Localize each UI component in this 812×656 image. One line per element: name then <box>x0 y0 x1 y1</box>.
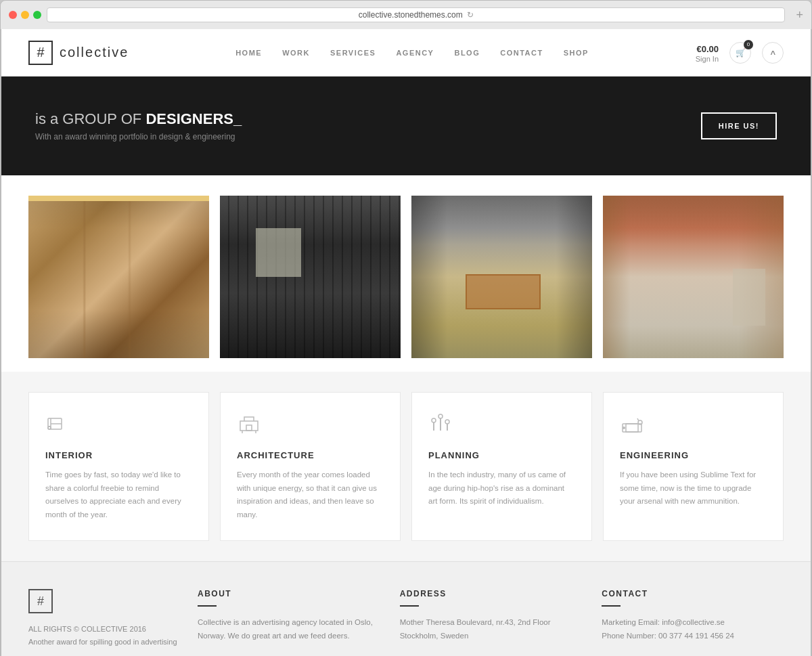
footer-about-section: ABOUT Collective is an advertising agenc… <box>198 589 380 648</box>
image-grid <box>1 175 811 372</box>
svg-rect-10 <box>623 424 641 432</box>
logo-link[interactable]: # collective <box>28 41 129 65</box>
footer-logo-section: # ALL RIGHTS © COLLECTIVE 2016 Another a… <box>28 589 177 648</box>
planning-title: PLANNING <box>428 450 575 460</box>
nav-item-home[interactable]: HOME <box>235 49 262 57</box>
footer-contact-email: Marketing Email: info@collective.se <box>602 616 784 630</box>
engineering-desc: If you have been using Sublime Text for … <box>620 468 767 508</box>
cart-badge: 0 <box>744 40 753 49</box>
svg-point-13 <box>623 427 625 429</box>
services-section: INTERIOR Time goes by fast, so today we'… <box>1 372 811 561</box>
logo-icon: # <box>28 41 53 65</box>
hero-banner: is a GROUP OF DESIGNERS_ With an award w… <box>1 76 811 175</box>
svg-point-7 <box>438 414 443 418</box>
footer-logo-icon: # <box>28 589 53 613</box>
footer-address-title: ADDRESS <box>400 589 582 598</box>
website-content: # collective HOME WORK SERVICES AGENCY B… <box>1 29 811 656</box>
service-card-architecture: ARCHITECTURE Every month of the year com… <box>220 392 401 541</box>
nav-item-agency[interactable]: AGENCY <box>396 49 434 57</box>
image-engineering[interactable] <box>603 196 784 358</box>
svg-point-1 <box>48 427 51 429</box>
image-architecture[interactable] <box>220 196 401 358</box>
cart-price: €0.00 <box>696 44 719 54</box>
svg-rect-2 <box>240 421 258 431</box>
footer-contact-divider <box>602 605 621 607</box>
site-footer: # ALL RIGHTS © COLLECTIVE 2016 Another a… <box>1 561 811 656</box>
hero-text: is a GROUP OF DESIGNERS_ With an award w… <box>35 110 242 141</box>
svg-rect-11 <box>626 424 638 432</box>
footer-contact-phone: Phone Number: 00 377 44 191 456 24 <box>602 630 784 643</box>
nav-item-shop[interactable]: SHOP <box>564 49 589 57</box>
share-button[interactable]: < <box>762 42 784 64</box>
footer-about-text: Collective is an advertising agency loca… <box>198 616 380 642</box>
nav-item-services[interactable]: SERVICES <box>330 49 376 57</box>
footer-contact-section: CONTACT Marketing Email: info@collective… <box>602 589 784 648</box>
hire-us-button[interactable]: HIRE US! <box>701 112 777 139</box>
architecture-desc: Every month of the year comes loaded wit… <box>237 468 384 521</box>
minimize-button[interactable] <box>21 11 29 19</box>
hero-headline: is a GROUP OF DESIGNERS_ <box>35 110 242 128</box>
nav-item-work[interactable]: WORK <box>282 49 310 57</box>
svg-point-9 <box>445 420 449 424</box>
footer-address-divider <box>400 605 419 607</box>
footer-about-divider <box>198 605 217 607</box>
cart-icon-glyph: 🛒 <box>736 48 746 58</box>
interior-icon <box>45 412 192 441</box>
planning-icon <box>428 412 575 441</box>
svg-point-5 <box>432 418 436 422</box>
share-icon-glyph: < <box>768 50 777 55</box>
engineering-icon <box>620 412 767 441</box>
site-header: # collective HOME WORK SERVICES AGENCY B… <box>1 29 811 76</box>
service-card-interior: INTERIOR Time goes by fast, so today we'… <box>28 392 209 541</box>
new-tab-button[interactable]: + <box>796 8 803 22</box>
footer-address-text: Mother Theresa Boulevard, nr.43, 2nd Flo… <box>400 616 582 642</box>
image-interior[interactable] <box>28 196 209 358</box>
window-controls <box>9 11 41 19</box>
browser-window: collective.stonedthemes.com ↻ + # collec… <box>0 0 812 656</box>
service-card-engineering: ENGINEERING If you have been using Subli… <box>603 392 784 541</box>
nav-item-blog[interactable]: BLOG <box>454 49 480 57</box>
interior-title: INTERIOR <box>45 450 192 460</box>
architecture-icon <box>237 412 384 441</box>
logo-text: collective <box>60 45 129 60</box>
sign-in-link[interactable]: Sign In <box>696 55 719 63</box>
header-right: €0.00 Sign In 🛒 0 < <box>696 42 784 64</box>
service-card-planning: PLANNING In the tech industry, many of u… <box>411 392 592 541</box>
close-button[interactable] <box>9 11 17 19</box>
main-navigation: HOME WORK SERVICES AGENCY BLOG CONTACT S… <box>235 49 589 57</box>
address-bar[interactable]: collective.stonedthemes.com ↻ <box>47 7 785 22</box>
footer-about-title: ABOUT <box>198 589 380 598</box>
footer-contact-title: CONTACT <box>602 589 784 598</box>
architecture-title: ARCHITECTURE <box>237 450 384 460</box>
interior-desc: Time goes by fast, so today we'd like to… <box>45 468 192 521</box>
url-text: collective.stonedthemes.com <box>359 10 463 20</box>
footer-address-section: ADDRESS Mother Theresa Boulevard, nr.43,… <box>400 589 582 648</box>
refresh-icon[interactable]: ↻ <box>467 10 474 20</box>
image-planning[interactable] <box>411 196 592 358</box>
maximize-button[interactable] <box>33 11 41 19</box>
planning-desc: In the tech industry, many of us came of… <box>428 468 575 508</box>
engineering-title: ENGINEERING <box>620 450 767 460</box>
hero-subheadline: With an award winning portfolio in desig… <box>35 132 242 141</box>
nav-item-contact[interactable]: CONTACT <box>500 49 543 57</box>
price-signin: €0.00 Sign In <box>696 43 719 63</box>
footer-copyright: ALL RIGHTS © COLLECTIVE 2016 Another awa… <box>28 623 177 648</box>
cart-button[interactable]: 🛒 0 <box>729 42 751 64</box>
